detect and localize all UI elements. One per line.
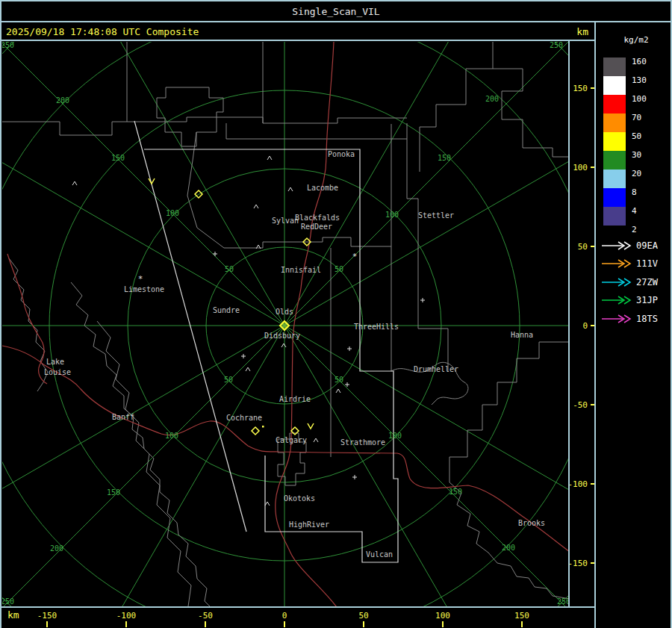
x-axis-tick-label: 50 (358, 611, 368, 621)
range-ring-label: 100 (388, 432, 402, 440)
x-axis-tick-label: 150 (514, 611, 529, 621)
scale-color-block (603, 151, 626, 170)
city-label: RedDeer (301, 223, 332, 231)
city-label: Didsbury (264, 332, 300, 340)
city-label: Calgary (276, 436, 307, 444)
y-axis-tick-label: 150 (573, 84, 588, 93)
range-ring-label: 150 (449, 488, 462, 496)
city-label: Olds (276, 308, 293, 316)
scale-color-block (603, 132, 626, 151)
scale-color-block (603, 170, 626, 188)
city-label: Strathmore (340, 438, 385, 447)
timestamp-label: 2025/09/18 17:48:08 UTC Composite (6, 26, 199, 37)
city-label: Sylvan (272, 217, 299, 225)
scale-color-block (603, 114, 626, 132)
city-label: Lacombe (307, 184, 338, 192)
range-ring-label: 100 (166, 209, 179, 217)
city-label: HighRiver (289, 520, 329, 529)
range-ring-label: 50 (335, 376, 343, 384)
y-axis-tick-label: -50 (573, 400, 588, 410)
x-axis-tick-label: -150 (37, 611, 57, 621)
scale-color-block (603, 207, 626, 226)
scale-color-block (603, 188, 626, 207)
radar-app-window: 5050505010010010010015015015015020020020… (0, 0, 672, 628)
city-label: Ponoka (328, 150, 355, 158)
city-label: Hanna (511, 331, 533, 339)
city-label: Okotoks (284, 494, 315, 503)
track-id-label: 27ZW (636, 277, 659, 287)
track-id-label: 31JP (636, 295, 658, 305)
city-label: Louise (44, 368, 71, 376)
city-label: Cochrane (226, 414, 262, 422)
range-ring-label: 50 (224, 376, 233, 384)
city-label: Drumheller (414, 365, 458, 373)
scale-value-label: 50 (632, 131, 641, 141)
city-label: Limestone (124, 285, 164, 293)
range-ring-label: 250 (1, 41, 14, 49)
city-label: Vulcan (366, 550, 393, 559)
titlebar-bottom-border (0, 21, 672, 22)
range-ring-label: 150 (111, 154, 125, 162)
header-bottom-border (0, 40, 596, 41)
right-axis-unit-label: km (576, 26, 588, 37)
x-axis-tick-label: -100 (116, 611, 137, 621)
scale-color-block (603, 76, 626, 95)
range-ring-label: 200 (50, 544, 63, 553)
dot-marker (262, 426, 264, 428)
range-ring-label: 200 (502, 544, 515, 552)
y-axis-tick-label: 100 (573, 163, 588, 172)
frame-top-border (0, 0, 672, 1)
city-label: Sundre (213, 306, 240, 314)
city-label: Innisfail (281, 266, 321, 274)
city-label: Blackfalds (295, 214, 340, 222)
x-axis-unit-label: km (7, 609, 19, 621)
background (0, 0, 672, 628)
y-axis-tick-label: 50 (578, 242, 588, 252)
scale-value-label: 130 (632, 75, 647, 85)
scale-value-label: 30 (632, 150, 641, 160)
range-ring-label: 150 (107, 488, 120, 497)
x-axis-tick-label: 0 (282, 611, 287, 621)
x-axis-tick-label: -50 (198, 611, 213, 621)
scale-value-label: 8 (632, 187, 637, 197)
scale-value-label: 100 (632, 94, 647, 104)
range-ring-label: 250 (1, 597, 14, 606)
radar-display: 5050505010010010010015015015015020020020… (0, 0, 672, 628)
x-axis-tick-label: 100 (435, 611, 450, 621)
range-ring-label: 100 (385, 211, 399, 219)
track-id-label: 09EA (636, 240, 659, 251)
y-axis-tick-label: 0 (582, 321, 588, 331)
scale-value-label: 2 (632, 225, 637, 234)
scale-color-block (603, 95, 626, 114)
range-ring-label: 200 (56, 96, 69, 105)
city-label: Lake (46, 358, 64, 366)
y-axis-tick-label: -100 (568, 479, 588, 489)
range-ring-label: 150 (438, 154, 451, 162)
legend-unit-label: kg/m2 (623, 35, 648, 45)
range-ring-label: 50 (225, 265, 234, 273)
asterisk-marker: * (138, 274, 143, 284)
scale-color-block (603, 57, 626, 76)
map-right-border (568, 41, 570, 608)
city-label: Brooks (518, 519, 545, 527)
scale-value-label: 4 (632, 206, 637, 216)
frame-left-border (0, 0, 1, 628)
track-id-label: 111V (636, 258, 658, 269)
range-ring-label: 250 (550, 41, 563, 49)
range-ring-label: 100 (165, 432, 178, 440)
legend-panel-divider (594, 21, 596, 628)
range-ring-label: 50 (335, 265, 343, 273)
range-ring-label: 200 (485, 95, 499, 103)
window-title: Single_Scan_VIL (292, 6, 380, 17)
map-bottom-border (0, 606, 596, 608)
city-label: Banff (112, 413, 134, 421)
scale-value-label: 160 (632, 57, 647, 66)
city-label: Airdrie (279, 395, 311, 403)
city-label: ThreeHills (354, 323, 399, 331)
asterisk-marker: * (352, 252, 358, 261)
city-label: Stettler (418, 211, 454, 220)
scale-value-label: 20 (632, 169, 641, 178)
scale-value-label: 70 (632, 113, 641, 122)
track-id-label: 18TS (636, 314, 658, 324)
y-axis-tick-label: -150 (568, 559, 588, 568)
